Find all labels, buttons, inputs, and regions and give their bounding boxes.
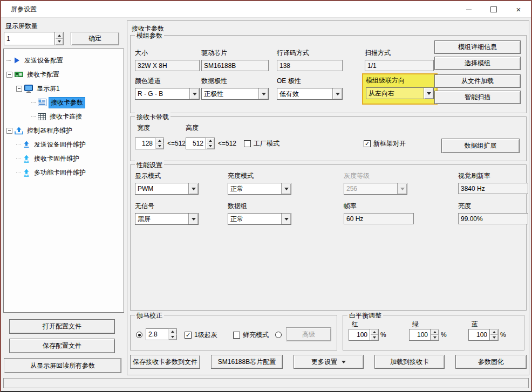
chevron-down-icon[interactable]	[188, 183, 198, 194]
gamma-advanced-radio[interactable]	[275, 332, 282, 338]
collapse-icon[interactable]	[16, 86, 22, 92]
screen-count-input[interactable]: 1	[4, 32, 55, 45]
tree-item-receiving-card-config[interactable]: 接收卡配置	[4, 67, 124, 81]
height-stepper[interactable]: 512	[186, 137, 215, 149]
close-button[interactable]: ×	[506, 1, 531, 17]
no-signal-value: 黑屏	[135, 214, 188, 224]
spin-down-icon[interactable]	[168, 334, 176, 340]
spin-up-icon[interactable]	[370, 329, 378, 335]
tree-item-receiving-card-firmware[interactable]: 接收卡固件维护	[4, 152, 124, 166]
spin-up-icon[interactable]	[490, 329, 498, 335]
tree-item-display-screen-1[interactable]: 显示屏1	[4, 81, 124, 95]
spin-up-icon[interactable]	[168, 329, 176, 334]
chevron-down-icon[interactable]	[281, 214, 291, 224]
navigation-tree: 发送设备配置 接收卡配置 显示屏1 接收卡参数 接收卡连接 控制器程序维护	[3, 49, 124, 313]
send-device-icon	[13, 57, 21, 64]
red-input[interactable]: 100	[349, 329, 370, 341]
save-config-file-button[interactable]: 保存配置文件	[9, 339, 115, 353]
green-stepper[interactable]: 100	[409, 329, 439, 341]
brightness-label: 亮度	[458, 202, 528, 211]
blue-input[interactable]: 100	[468, 329, 490, 341]
chip-config-button[interactable]: SM16188B芯片配置	[211, 355, 283, 369]
spin-up-icon[interactable]	[55, 32, 63, 39]
chevron-down-icon[interactable]	[189, 88, 199, 99]
checkbox-icon	[185, 332, 192, 339]
cascade-direction-select[interactable]: 从左向右	[366, 87, 434, 99]
collapse-icon[interactable]	[6, 128, 12, 134]
module-detail-info-button[interactable]: 模组详细信息	[434, 40, 521, 54]
maximize-icon	[490, 6, 497, 12]
blue-stepper[interactable]: 100	[468, 329, 499, 341]
driver-chip-label: 驱动芯片	[201, 49, 269, 58]
height-limit-label: <=512	[218, 140, 236, 147]
red-stepper[interactable]: 100	[349, 329, 379, 341]
smart-scan-button[interactable]: 智能扫描	[434, 91, 521, 104]
width-stepper[interactable]: 128	[135, 137, 164, 149]
brightness-mode-select[interactable]: 正常	[228, 183, 291, 195]
tree-connector	[16, 159, 21, 159]
bottom-actions: 保存接收卡参数到文件 SM16188B芯片配置 更多设置 加载到接收卡 参数固化	[130, 355, 527, 369]
minimize-button[interactable]	[456, 1, 481, 17]
spin-down-icon[interactable]	[431, 335, 439, 340]
maximize-button[interactable]	[481, 1, 506, 17]
factory-mode-checkbox[interactable]: 工厂模式	[244, 139, 279, 148]
ok-button[interactable]: 确定	[71, 32, 119, 45]
spin-down-icon[interactable]	[490, 335, 498, 340]
no-signal-select[interactable]: 黑屏	[135, 213, 199, 225]
tree-item-receiving-card-params[interactable]: 接收卡参数	[4, 95, 124, 109]
tree-item-send-device-firmware[interactable]: 发送设备固件维护	[4, 137, 124, 152]
brightness-field: 99.00%	[458, 213, 528, 224]
percent-label: %	[380, 331, 386, 339]
green-input[interactable]: 100	[409, 329, 431, 341]
chevron-down-icon[interactable]	[332, 88, 342, 99]
gamma-value-radio[interactable]	[136, 332, 142, 338]
driver-chip-field: SM16188B	[201, 60, 269, 71]
gray1-checkbox[interactable]: 1级起灰	[185, 331, 217, 340]
vivid-mode-checkbox[interactable]: 鲜亮模式	[233, 331, 269, 340]
row-decode-label: 行译码方式	[277, 49, 343, 58]
more-settings-button[interactable]: 更多设置	[294, 355, 364, 369]
chevron-down-icon[interactable]	[258, 88, 268, 99]
save-params-to-file-button[interactable]: 保存接收卡参数到文件	[130, 355, 200, 369]
brightness-mode-value: 正常	[228, 183, 281, 194]
gamma-stepper[interactable]: 2.8	[146, 328, 177, 340]
display-screen-icon	[24, 85, 33, 93]
spin-down-icon[interactable]	[55, 39, 63, 45]
tree-item-receiving-card-connection[interactable]: 接收卡连接	[4, 109, 124, 123]
readback-all-params-button[interactable]: 从显示屏回读所有参数	[4, 358, 121, 373]
spin-up-icon[interactable]	[431, 329, 439, 335]
height-input[interactable]: 512	[186, 137, 206, 149]
open-config-file-button[interactable]: 打开配置文件	[9, 319, 115, 334]
collapse-icon[interactable]	[6, 72, 12, 78]
width-input[interactable]: 128	[135, 137, 155, 149]
vivid-mode-label: 鲜亮模式	[243, 331, 269, 340]
data-group-expand-button[interactable]: 数据组扩展	[441, 139, 520, 153]
data-group-select[interactable]: 正常	[228, 213, 291, 225]
spin-down-icon[interactable]	[370, 335, 378, 340]
window-controls: ×	[456, 1, 531, 17]
spin-up-icon[interactable]	[206, 138, 214, 143]
new-frame-checkbox[interactable]: 新框架对开	[364, 139, 406, 148]
tree-item-controller-maintenance[interactable]: 控制器程序维护	[4, 123, 124, 137]
screen-count-stepper[interactable]: 1	[4, 32, 64, 45]
tree-item-label: 控制器程序维护	[25, 126, 74, 136]
load-from-file-button[interactable]: 从文件加载	[434, 74, 521, 88]
select-module-button[interactable]: 选择模组	[434, 57, 521, 70]
chevron-down-icon[interactable]	[424, 88, 433, 99]
oe-polarity-select[interactable]: 低有效	[277, 88, 343, 100]
card-load-group: 接收卡带载 宽度 高度 128 <=512 512 <=512	[130, 116, 527, 161]
factory-mode-label: 工厂模式	[254, 139, 279, 148]
color-channel-select[interactable]: R - G - B	[135, 88, 200, 100]
chevron-down-icon[interactable]	[281, 183, 291, 194]
spin-down-icon[interactable]	[206, 143, 214, 149]
gamma-input[interactable]: 2.8	[146, 328, 168, 340]
tree-item-multifunction-card-firmware[interactable]: 多功能卡固件维护	[4, 166, 124, 180]
display-mode-select[interactable]: PWM	[135, 183, 199, 195]
spin-down-icon[interactable]	[155, 143, 163, 149]
solidify-params-button[interactable]: 参数固化	[455, 355, 527, 369]
spin-up-icon[interactable]	[155, 138, 163, 143]
data-polarity-select[interactable]: 正极性	[201, 88, 269, 100]
tree-item-send-device-config[interactable]: 发送设备配置	[4, 53, 124, 67]
chevron-down-icon[interactable]	[188, 214, 198, 224]
load-to-card-button[interactable]: 加载到接收卡	[374, 355, 445, 369]
